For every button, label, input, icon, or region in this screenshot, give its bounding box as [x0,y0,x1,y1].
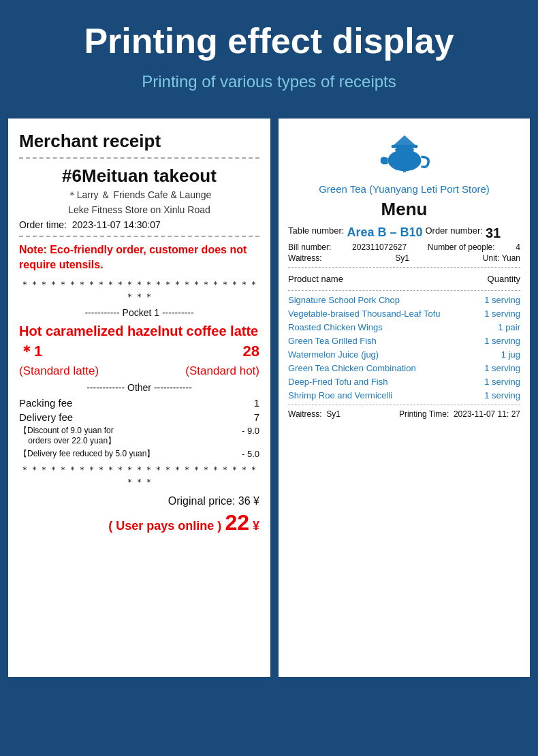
pocket-label: ----------- Pocket 1 ---------- [19,307,259,318]
user-pays-amount: 22 [225,510,249,535]
column-headers: Product name Quantity [288,272,520,286]
item-option1: (Standard latte) [19,364,99,378]
item-price: 28 [243,343,259,360]
menu-item-qty: 1 serving [484,336,520,346]
people-value: 4 [516,242,520,252]
menu-item-qty: 1 serving [484,377,520,387]
page-subtitle: Printing of various types of receipts [14,72,524,91]
cafe-name: ＊Larry ＆ Friends Cafe & Launge [19,189,259,202]
order-label: Order number: [425,225,483,241]
col-qty-header: Quantity [488,274,520,284]
discount-2-value: - 5.0 [242,449,259,460]
store-name: Leke Fitness Store on Xinlu Road [19,204,259,215]
menu-item-name: Deep-Fried Tofu and Fish [288,377,484,387]
svg-point-1 [387,150,421,172]
table-label: Table number: [288,225,344,241]
page-title: Printing effect display [14,20,524,61]
menu-item-name: Vegetable-braised Thousand-Leaf Tofu [288,309,484,319]
item-option2: (Standard hot) [185,364,259,378]
list-item: Shrimp Roe and Vermicelli 1 serving [288,390,520,400]
item-options: (Standard latte) (Standard hot) [19,364,259,378]
menu-items-list: Signature School Pork Chop 1 serving Veg… [288,295,520,400]
menu-item-name: Watermelon Juice (jug) [288,349,501,360]
user-pays: ( User pays online ) 22 ¥ [19,510,259,535]
receipts-container: Merchant receipt #6Meituan takeout ＊Larr… [0,105,538,691]
original-price: Original price: 36 ¥ [19,495,259,507]
discount-2-label: 【Delivery fee reduced by 5.0 yuan】 [19,449,155,460]
packing-fee-value: 1 [254,397,259,409]
right-receipt: Green Tea (Yuanyang Leti Port Store) Men… [279,119,530,677]
discount-1-row: 【Discount of 9.0 yuan for orders over 22… [19,426,259,447]
takeout-title: #6Meituan takeout [19,166,259,187]
menu-item-qty: 1 serving [484,295,520,305]
menu-divider-3 [288,405,520,405]
item-qty: ＊1 [19,341,42,362]
menu-item-qty: 1 jug [501,349,520,360]
packing-fee-label: Packing fee [19,397,72,409]
menu-item-name: Shrimp Roe and Vermicelli [288,390,484,400]
unit-label: Unit: Yuan [483,253,520,263]
discount-1-label: 【Discount of 9.0 yuan for orders over 22… [19,426,116,447]
eco-note: Note: Eco-friendly order, customer does … [19,242,259,273]
menu-item-name: Signature School Pork Chop [288,295,484,305]
svg-point-3 [401,146,407,150]
discount-2-row: 【Delivery fee reduced by 5.0 yuan】 - 5.0 [19,449,259,460]
divider-1 [19,157,259,159]
menu-item-qty: 1 pair [498,322,520,332]
order-time-value: 2023-11-07 14:30:07 [72,219,161,230]
menu-divider-2 [288,290,520,291]
menu-item-qty: 1 serving [484,390,520,400]
menu-item-name: Green Tea Grilled Fish [288,336,484,346]
order-time: Order time: 2023-11-07 14:30:07 [19,219,259,230]
waitress-info: Waitress: Sy1 Unit: Yuan [288,253,520,263]
footer-print-time: Printing Time: 2023-11-07 11: 27 [399,409,520,419]
menu-item-qty: 1 serving [484,363,520,373]
merchant-receipt-title: Merchant receipt [19,131,259,152]
table-info: Table number: Area B – B10 Order number:… [288,225,520,241]
waitress-value: Sy1 [395,253,409,263]
order-value: 31 [486,225,501,241]
tea-pot-icon [374,129,435,177]
waitress-label: Waitress: [288,253,322,263]
divider-2 [19,236,259,237]
bill-label: Bill number: [288,242,331,252]
delivery-fee-row: Delivery fee 7 [19,411,259,423]
stars-1: ＊＊＊＊＊＊＊＊＊＊＊＊＊＊＊＊＊＊＊＊＊＊＊＊＊＊＊＊ [19,279,259,303]
list-item: Vegetable-braised Thousand-Leaf Tofu 1 s… [288,309,520,319]
footer-waitress: Waitress: Sy1 [288,409,341,419]
discount-1-value: - 9.0 [242,426,259,447]
left-receipt: Merchant receipt #6Meituan takeout ＊Larr… [8,119,270,677]
stars-2: ＊＊＊＊＊＊＊＊＊＊＊＊＊＊＊＊＊＊＊＊＊＊＊＊＊＊＊＊ [19,464,259,488]
delivery-fee-value: 7 [254,411,259,423]
item-name: Hot caramelized hazelnut coffee latte [19,322,259,340]
people-label: Number of people: [428,242,495,252]
menu-item-name: Green Tea Chicken Combination [288,363,484,373]
list-item: Roasted Chicken Wings 1 pair [288,322,520,332]
item-qty-price: ＊1 28 [19,341,259,362]
menu-item-qty: 1 serving [484,309,520,319]
packing-fee-row: Packing fee 1 [19,397,259,409]
tea-logo [288,129,520,179]
list-item: Green Tea Chicken Combination 1 serving [288,363,520,373]
order-time-label: Order time: [19,219,67,230]
menu-divider-1 [288,267,520,268]
list-item: Watermelon Juice (jug) 1 jug [288,349,520,360]
menu-item-name: Roasted Chicken Wings [288,322,498,332]
list-item: Deep-Fried Tofu and Fish 1 serving [288,377,520,387]
list-item: Green Tea Grilled Fish 1 serving [288,336,520,346]
currency-symbol: ¥ [253,519,259,533]
user-pays-label: ( User pays online ) [108,519,221,533]
restaurant-name: Green Tea (Yuanyang Leti Port Store) [288,183,520,195]
col-product-header: Product name [288,274,343,284]
delivery-fee-label: Delivery fee [19,411,73,423]
list-item: Signature School Pork Chop 1 serving [288,295,520,305]
page-header: Printing effect display Printing of vari… [0,0,538,105]
bill-info: Bill number: 202311072627 Number of peop… [288,242,520,252]
other-label: ------------ Other ------------ [19,382,259,393]
menu-title: Menu [288,199,520,220]
table-value: Area B – B10 [347,225,422,241]
bill-value: 202311072627 [352,242,407,252]
receipt-footer: Waitress: Sy1 Printing Time: 2023-11-07 … [288,409,520,419]
